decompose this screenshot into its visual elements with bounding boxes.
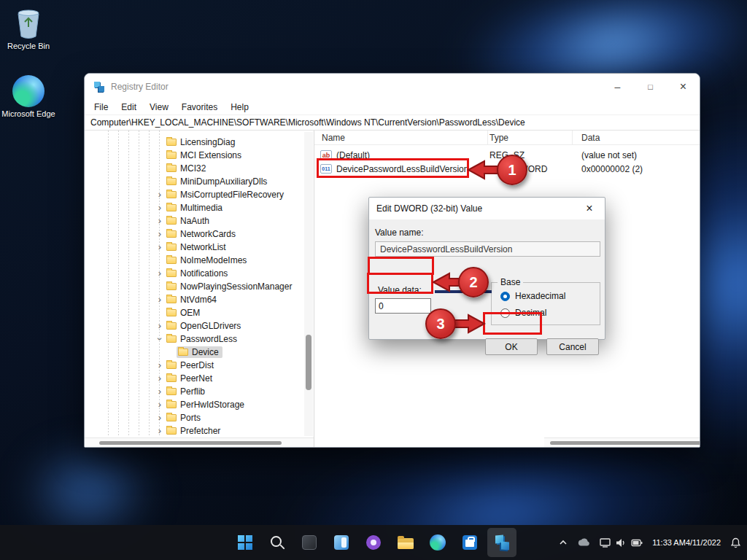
tree-item-oem[interactable]: OEM [85, 306, 302, 319]
chevron-down-icon[interactable]: › [155, 334, 164, 344]
chevron-right-icon[interactable]: › [155, 387, 165, 396]
tree-item-perhwidstorage[interactable]: ›PerHwIdStorage [85, 398, 302, 411]
tree-item-multimedia[interactable]: ›Multimedia [85, 201, 302, 214]
desktop-icon-microsoft-edge[interactable]: Microsoft Edge [0, 75, 57, 119]
tree-item-body: NetworkCards [165, 228, 239, 240]
tree-item-peernet[interactable]: ›PeerNet [85, 372, 302, 385]
radio-button-icon[interactable] [500, 308, 510, 318]
scrollbar-thumb[interactable] [99, 441, 282, 445]
tree-item-passwordless[interactable]: ›PasswordLess [85, 332, 302, 346]
tray-onedrive-button[interactable] [576, 537, 592, 548]
tree-item-naauth[interactable]: ›NaAuth [85, 214, 302, 228]
cast-icon [600, 538, 611, 548]
value-row--default-[interactable]: ab(Default)REG_SZ(value not set) [314, 148, 700, 162]
chevron-right-icon[interactable]: › [155, 413, 165, 422]
taskbar-task-view-button[interactable] [327, 528, 356, 557]
chevron-right-icon[interactable]: › [155, 400, 165, 409]
chevron-right-icon[interactable]: › [155, 230, 165, 238]
tree-item-label: Perflib [180, 386, 205, 397]
title-bar[interactable]: Registry Editor [85, 74, 700, 100]
chevron-right-icon[interactable]: › [155, 374, 165, 383]
tree-item-device[interactable]: Device [85, 346, 302, 359]
tree-item-prefetcher[interactable]: ›Prefetcher [85, 424, 302, 438]
radio-decimal[interactable]: Decimal [500, 308, 600, 318]
close-button[interactable] [667, 74, 700, 100]
cancel-button[interactable]: Cancel [546, 338, 599, 355]
tree-item-licensingdiag[interactable]: LicensingDiag [85, 136, 302, 149]
store-icon [462, 535, 477, 550]
address-bar[interactable]: Computer\HKEY_LOCAL_MACHINE\SOFTWARE\Mic… [85, 114, 700, 131]
taskbar-registry-editor-button[interactable] [487, 528, 516, 557]
tree-item-mci-extensions[interactable]: MCI Extensions [85, 149, 302, 162]
tree-vertical-scrollbar[interactable] [304, 132, 313, 436]
tray-status-cluster[interactable] [598, 537, 644, 549]
chevron-right-icon[interactable]: › [155, 243, 165, 252]
taskbar-widgets-button[interactable] [295, 528, 324, 557]
base-group-label: Base [498, 277, 523, 287]
taskbar-start-button[interactable] [231, 528, 260, 557]
menu-item-help[interactable]: Help [224, 101, 255, 114]
value-data-text: 0x00000002 (2) [573, 164, 700, 174]
dialog-title-bar[interactable]: Edit DWORD (32-bit) Value [369, 198, 605, 219]
taskbar-store-button[interactable] [455, 528, 484, 557]
chevron-right-icon[interactable]: › [155, 322, 165, 330]
minimize-button[interactable] [601, 74, 634, 100]
clock[interactable]: 11:33 AM 4/11/2022 [651, 537, 722, 548]
values-horizontal-scrollbar[interactable] [544, 438, 700, 447]
notification-center-button[interactable] [729, 536, 743, 550]
chevron-right-icon[interactable]: › [155, 361, 165, 370]
tree-horizontal-scrollbar[interactable] [85, 438, 314, 447]
chevron-right-icon[interactable]: › [155, 217, 165, 225]
tree-item-networkcards[interactable]: ›NetworkCards [85, 228, 302, 241]
tree-item-ports[interactable]: ›Ports [85, 411, 302, 424]
folder-icon [166, 401, 177, 408]
column-headers: NameTypeData [314, 131, 700, 145]
tree-item-nowplayingsessionmanager[interactable]: NowPlayingSessionManager [85, 280, 302, 293]
taskbar-file-explorer-button[interactable] [391, 528, 420, 557]
tree-item-msicorruptedfilerecovery[interactable]: ›MsiCorruptedFileRecovery [85, 188, 302, 201]
tree-item-perflib[interactable]: ›Perflib [85, 385, 302, 398]
tree-item-noimemodeimes[interactable]: NoImeModeImes [85, 254, 302, 267]
chevron-right-icon[interactable]: › [155, 190, 165, 199]
menu-item-view[interactable]: View [143, 101, 175, 114]
tree-item-minidumpauxiliarydlls[interactable]: MiniDumpAuxiliaryDlls [85, 175, 302, 188]
value-row-devicepasswordlessbuildversion[interactable]: 011DevicePasswordLessBuildVersionREG_DWO… [314, 162, 700, 176]
scrollbar-thumb[interactable] [306, 335, 311, 390]
taskbar-chat-button[interactable] [359, 528, 388, 557]
taskbar-search-button[interactable] [263, 528, 292, 557]
dialog-close-icon[interactable] [574, 198, 605, 219]
menu-item-favorites[interactable]: Favorites [175, 101, 224, 114]
tree-item-notifications[interactable]: ›Notifications [85, 267, 302, 280]
chevron-right-icon[interactable]: › [155, 295, 165, 304]
tree-item-networklist[interactable]: ›NetworkList [85, 241, 302, 254]
maximize-button[interactable] [634, 74, 667, 100]
tree-item-peerdist[interactable]: ›PeerDist [85, 359, 302, 372]
tree-item-label: MiniDumpAuxiliaryDlls [180, 176, 267, 187]
tree-item-ntvdm64[interactable]: ›NtVdm64 [85, 293, 302, 306]
folder-icon [166, 388, 177, 395]
tray-chevron-up-button[interactable] [557, 537, 569, 548]
value-name-field[interactable] [375, 241, 600, 257]
chevron-right-icon[interactable]: › [155, 269, 165, 278]
radio-hexadecimal[interactable]: Hexadecimal [500, 291, 600, 301]
value-data-field[interactable] [375, 298, 431, 314]
ok-button[interactable]: OK [485, 338, 538, 355]
tree-item-label: NaAuth [180, 216, 209, 226]
desktop-icon-label: Recycle Bin [7, 42, 50, 51]
tree-item-mci32[interactable]: MCI32 [85, 162, 302, 175]
chevron-right-icon[interactable]: › [155, 203, 165, 212]
scrollbar-thumb[interactable] [550, 441, 700, 445]
column-header-type[interactable]: Type [488, 131, 573, 144]
taskbar-edge-button[interactable] [423, 528, 452, 557]
tree-item-label: LicensingDiag [180, 137, 235, 147]
window-controls [601, 74, 700, 100]
tree-item-opengldrivers[interactable]: ›OpenGLDrivers [85, 319, 302, 332]
radio-button-icon[interactable] [500, 292, 510, 301]
column-header-name[interactable]: Name [314, 131, 488, 144]
desktop-icon-recycle-bin[interactable]: Recycle Bin [0, 7, 57, 51]
menu-item-file[interactable]: File [88, 101, 115, 114]
column-header-data[interactable]: Data [573, 131, 700, 144]
folder-icon [178, 349, 188, 356]
chevron-right-icon[interactable]: › [155, 427, 165, 435]
menu-item-edit[interactable]: Edit [115, 101, 143, 114]
